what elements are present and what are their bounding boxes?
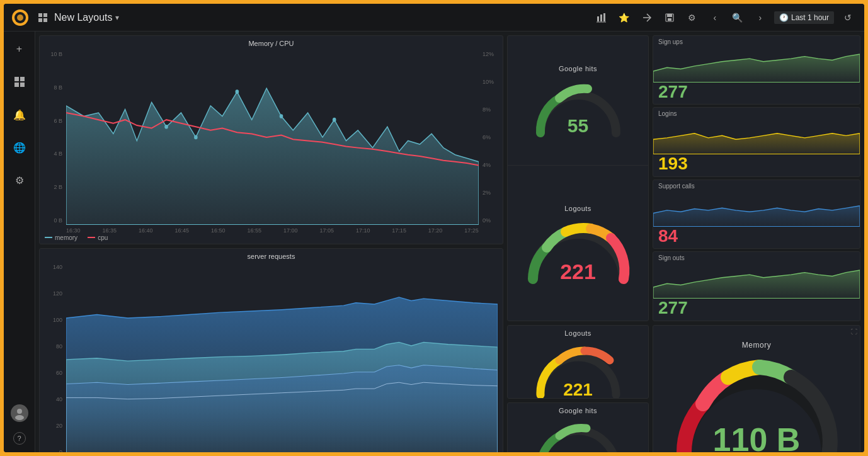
mid-top-panel: Google hits 55	[507, 35, 649, 321]
svg-point-24	[236, 89, 239, 94]
google-hits-bot-panel: Google hits 55	[507, 402, 649, 452]
x-axis-memory: 16:3016:3516:4016:4516:5016:5517:0017:05…	[66, 227, 479, 234]
google-hits-title: Google hits	[559, 61, 597, 74]
support-calls-value: 84	[653, 227, 860, 249]
sidebar-globe[interactable]: 🌐	[9, 137, 30, 157]
chart-icon-btn[interactable]	[593, 9, 610, 26]
support-calls-panel: Support calls 84	[653, 180, 860, 249]
right-top-col: Sign ups 277 Logins	[653, 35, 860, 321]
sign-ups-sparkline-container	[653, 45, 860, 83]
svg-rect-18	[20, 83, 25, 87]
y-axis-left-sr: 140120100806040200	[40, 249, 65, 452]
svg-point-25	[280, 114, 283, 118]
sign-ups-panel: Sign ups 277	[653, 35, 860, 105]
sidebar-bell[interactable]: 🔔	[9, 105, 30, 125]
svg-point-22	[164, 125, 168, 129]
svg-rect-17	[14, 83, 19, 87]
expand-icon[interactable]: ⛶	[851, 328, 857, 335]
star-icon-btn[interactable]: ⭐	[615, 9, 633, 26]
server-requests-panel: server requests 140120100806040200 16:30…	[39, 248, 503, 452]
sign-ups-title: Sign ups	[653, 36, 860, 45]
svg-marker-30	[653, 54, 860, 83]
google-hits-bot-gauge: 55	[508, 416, 648, 452]
logins-sparkline	[653, 117, 860, 154]
svg-rect-16	[20, 77, 25, 81]
logins-value: 193	[653, 154, 860, 176]
right-bot-col: ⛶ Memory	[653, 325, 860, 452]
arrow-left-btn[interactable]: ‹	[706, 9, 724, 26]
gear-icon-btn[interactable]: ⚙	[683, 9, 701, 26]
svg-rect-13	[667, 14, 672, 17]
google-hits-gauge: 55	[528, 76, 629, 139]
svg-rect-8	[600, 14, 602, 21]
left-column: Memory / CPU 10 B8 B6 B4 B2 B0 B 12%10%8…	[39, 35, 503, 452]
sign-outs-sparkline-container	[653, 261, 860, 299]
sidebar-settings[interactable]: ⚙	[9, 170, 30, 190]
svg-rect-3	[38, 13, 42, 17]
sign-ups-value: 277	[653, 83, 860, 105]
logouts-bot-value: 221	[563, 380, 593, 399]
logins-panel: Logins 193	[653, 107, 860, 176]
sidebar: + 🔔 🌐 ⚙ ?	[4, 31, 35, 452]
svg-rect-9	[603, 13, 605, 21]
memory-large-gauge: 110 B	[668, 353, 845, 452]
grafana-logo	[11, 9, 29, 26]
title-chevron: ▾	[115, 13, 119, 22]
memory-large-value: 110 B	[713, 421, 801, 452]
memory-cpu-panel: Memory / CPU 10 B8 B6 B4 B2 B0 B 12%10%8…	[39, 35, 503, 244]
help-icon[interactable]: ?	[13, 432, 26, 445]
logins-title: Logins	[653, 108, 860, 117]
memory-cpu-chart	[66, 50, 479, 225]
logouts-mid-gauge: 221	[522, 216, 635, 285]
google-hits-bot-gauge-svg	[531, 417, 625, 452]
y-axis-left: 10 B8 B6 B4 B2 B0 B	[40, 36, 65, 226]
memory-large-title: Memory	[742, 337, 771, 351]
avatar[interactable]	[11, 404, 28, 422]
topnav: New Layouts ▾ ⭐ ⚙ ‹ 🔍 › 🕐 Last 1 hour ↺	[4, 4, 864, 31]
apps-icon[interactable]	[37, 11, 49, 24]
svg-rect-15	[14, 77, 19, 81]
save-icon-btn[interactable]	[661, 9, 678, 26]
logins-sparkline-container	[653, 117, 860, 154]
server-requests-title: server requests	[248, 253, 295, 260]
memory-cpu-title: Memory / CPU	[248, 40, 294, 47]
svg-marker-33	[653, 270, 860, 299]
svg-rect-4	[43, 13, 47, 17]
svg-point-19	[17, 409, 22, 414]
svg-point-26	[333, 118, 336, 122]
main-container: New Layouts ▾ ⭐ ⚙ ‹ 🔍 › 🕐 Last 1 hour ↺	[4, 4, 864, 452]
time-range[interactable]: 🕐 Last 1 hour	[774, 11, 834, 24]
memory-large-panel: ⛶ Memory	[653, 325, 860, 452]
google-hits-value: 55	[568, 115, 588, 137]
support-calls-sparkline	[653, 190, 860, 227]
arrow-right-btn[interactable]: ›	[751, 9, 769, 26]
legend-memory: memory	[45, 234, 77, 241]
google-hits-panel: Google hits 55	[508, 36, 648, 166]
support-calls-sparkline-container	[653, 190, 860, 227]
clock-icon: 🕐	[779, 13, 789, 22]
support-calls-title: Support calls	[653, 180, 860, 190]
sidebar-add[interactable]: +	[9, 39, 30, 59]
svg-marker-21	[66, 88, 479, 225]
svg-rect-5	[38, 18, 42, 22]
logouts-mid-panel: Logouts	[508, 166, 648, 321]
logouts-mid-title: Logouts	[564, 201, 591, 214]
dashboard-title: New Layouts	[54, 12, 113, 23]
search-btn[interactable]: 🔍	[729, 9, 746, 26]
sidebar-dashboard[interactable]	[9, 72, 30, 92]
sign-outs-sparkline	[653, 261, 860, 299]
server-requests-chart	[66, 263, 498, 452]
share-icon-btn[interactable]	[638, 9, 656, 26]
memory-cpu-legend: memory cpu	[45, 234, 108, 241]
y-axis-right: 12%10%8%6%4%2%0%	[480, 36, 503, 226]
google-hits-bot-title: Google hits	[508, 403, 648, 416]
svg-rect-14	[668, 18, 671, 21]
sign-outs-panel: Sign outs 277	[653, 251, 860, 321]
svg-rect-7	[597, 16, 599, 21]
logouts-bot-panel: Logouts 221	[507, 325, 649, 399]
svg-point-20	[15, 415, 24, 420]
logouts-bot-title: Logouts	[508, 326, 648, 338]
svg-marker-31	[653, 134, 860, 154]
refresh-btn[interactable]: ↺	[839, 9, 857, 26]
dashboard: Memory / CPU 10 B8 B6 B4 B2 B0 B 12%10%8…	[35, 31, 864, 452]
